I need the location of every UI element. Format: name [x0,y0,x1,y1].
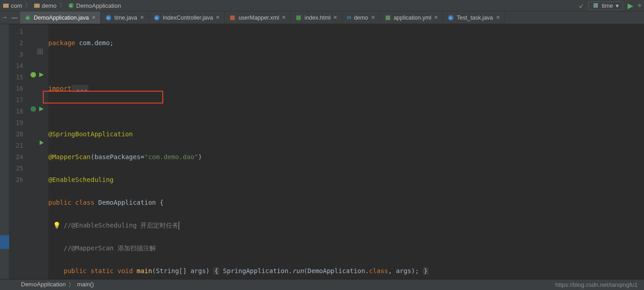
crumb-com[interactable]: com [3,2,22,9]
crumb-label: DemoApplication [76,2,121,9]
close-icon[interactable]: ✕ [434,15,438,21]
code-line [48,60,644,72]
close-icon[interactable]: ✕ [282,15,286,21]
close-icon[interactable]: ✕ [333,15,337,21]
line-number: 25 [9,163,23,174]
svg-rect-12 [296,16,301,20]
crumb-class[interactable]: C DemoApplication [68,2,121,9]
code-area[interactable]: package com.demo; import ... @SpringBoot… [48,24,644,279]
run-config-label: time [602,2,613,9]
close-icon[interactable]: ✕ [216,15,220,21]
chevron-right-icon: 〉 [25,1,31,10]
crumb-demo[interactable]: demo [34,2,57,9]
svg-rect-0 [3,4,9,8]
t: basePackages [94,153,140,161]
t: "com.demo.dao" [144,153,198,161]
t: SpringApplication. [219,267,292,274]
yml-icon [385,15,391,21]
folder-icon [34,2,40,9]
line-number: 20 [9,129,23,140]
watermark: https://blog.csdn.net/tanqingfu1 [555,281,644,288]
line-number: 24 [9,151,23,163]
t: = [140,153,144,161]
t: public class [48,199,94,206]
folder-icon [3,2,9,9]
class-icon: C [154,15,160,21]
t: class [369,267,388,274]
t: @SpringBootApplication [48,130,133,138]
t: ( [91,153,94,161]
xml-icon [229,15,236,21]
tab-index-html[interactable]: index.html ✕ [291,11,342,24]
tab-demoapplication[interactable]: C DemoApplication.java ✕ [20,11,101,24]
run-gutter-icon[interactable] [30,105,46,114]
t: DemoApplication { [94,199,164,206]
editor: 1 2 3 14 15 16 17 18 19 20 21 24 25 26 p… [0,24,644,279]
t: run [292,267,304,274]
tab-application-yml[interactable]: application.yml ✕ [380,11,443,24]
close-icon[interactable]: ✕ [92,15,96,21]
status-bar: DemoApplication 〉 main() https://blog.cs… [0,279,644,290]
svg-text:C: C [70,4,72,8]
tab-label: time.java [114,15,137,21]
class-icon: C [25,15,31,21]
tab-usermapper[interactable]: userMapper.xml ✕ [225,11,291,24]
code-line: 💡 //@EnableScheduling 开启定时任务 [48,220,644,231]
code-line [48,106,644,117]
bulb-icon[interactable]: 💡 [53,220,61,231]
app-icon [592,2,599,9]
tab-label: userMapper.xml [238,15,279,21]
tab-label: application.yml [394,15,432,21]
line-number: 26 [9,174,23,186]
t: import [48,85,72,92]
tab-bar: → — C DemoApplication.java ✕ C time.java… [0,11,644,24]
t: com.demo; [75,39,113,47]
close-icon[interactable]: ✕ [371,15,375,21]
fold-ellipsis[interactable]: ... [72,85,89,92]
line-number: 18 [9,106,23,117]
tab-time[interactable]: C time.java ✕ [101,11,149,24]
tab-test-task[interactable]: C Test_task.java ✕ [443,11,505,24]
t: , args); [388,267,423,274]
spring-icon[interactable] [30,71,46,79]
close-icon[interactable]: ✕ [140,15,144,21]
tab-demo-maven[interactable]: m demo ✕ [342,11,380,24]
code-line: package com.demo; [48,37,644,49]
left-gutter-toggle[interactable]: → [0,11,9,24]
line-number: 16 [9,83,23,94]
t: (String[] args) [152,267,214,274]
t: //@MapperScan 添加扫描注解 [64,244,156,252]
run-config-selector[interactable]: time ▾ [588,1,623,10]
maven-icon: m [347,14,351,21]
chevron-right-icon: 〉 [59,1,65,10]
code-line: @EnableScheduling [48,174,644,186]
sidebar-indicator [0,235,9,249]
line-number: 21 [9,140,23,151]
t: main [133,267,152,274]
build-icon[interactable]: ↙ [579,2,584,9]
t: } [423,267,428,274]
status-breadcrumb-left[interactable]: DemoApplication [21,281,66,289]
tab-label: DemoApplication.java [34,15,89,21]
code-line: public class DemoApplication { [48,197,644,208]
tab-label: index.html [304,15,330,21]
run-icon[interactable]: ▶ [628,1,633,10]
t: package [48,39,75,47]
crumb-label: com [11,2,22,9]
close-icon[interactable]: ✕ [496,15,500,21]
t: { [213,267,219,274]
class-icon: C [448,15,454,21]
debug-icon[interactable]: ⌖ [638,1,641,10]
status-breadcrumb-right[interactable]: main() [77,281,94,289]
tab-label: Test_task.java [457,15,493,21]
html-icon [295,15,302,21]
svg-rect-1 [34,4,40,8]
tab-indexcontroller[interactable]: C IndexController.java ✕ [149,11,225,24]
class-icon: C [105,15,112,21]
toolbar-collapse[interactable]: — [9,11,20,24]
tab-label: demo [354,15,368,21]
code-line: import ... [48,83,644,94]
svg-rect-13 [386,16,390,20]
crumb-label: demo [42,2,57,9]
code-line: @MapperScan(basePackages="com.demo.dao") [48,151,644,163]
